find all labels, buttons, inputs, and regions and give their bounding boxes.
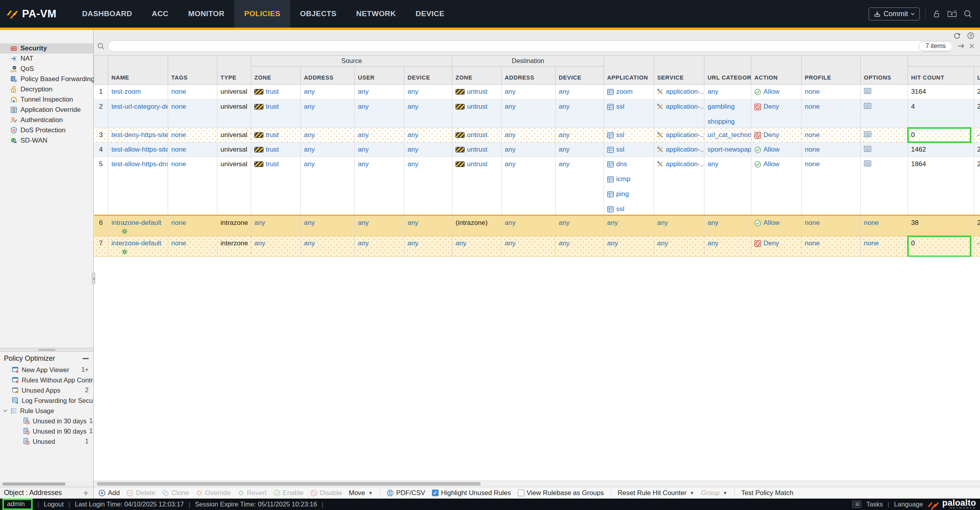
cell-profile[interactable]: none xyxy=(802,215,861,236)
checkbox-icon[interactable] xyxy=(518,490,524,496)
profile-value[interactable]: none xyxy=(805,88,820,95)
cell-destination-address[interactable]: any xyxy=(502,128,556,143)
cell-url-category[interactable]: url_cat_technolo... xyxy=(704,128,751,143)
cell-source-device[interactable]: any xyxy=(404,143,452,157)
cell-profile[interactable]: none xyxy=(802,157,861,215)
tab-dashboard[interactable]: DASHBOARD xyxy=(72,0,142,28)
source-device-value[interactable]: any xyxy=(408,88,418,95)
sidebar-item-decryption[interactable]: Decryption xyxy=(0,84,93,95)
toolbar-pdf-csv[interactable]: PDF/CSV xyxy=(387,489,425,497)
cell-name[interactable]: test-allow-https-sites xyxy=(108,143,168,157)
destination-address-value[interactable]: any xyxy=(505,160,515,168)
action-value[interactable]: Allow xyxy=(763,146,780,154)
cell-source-zone[interactable]: trust xyxy=(251,157,301,215)
cell-destination-zone[interactable]: untrust xyxy=(452,143,502,157)
cell-source-user[interactable]: any xyxy=(355,143,404,157)
url-category-value[interactable]: gambling xyxy=(708,103,735,111)
cell-destination-address[interactable]: any xyxy=(502,100,556,128)
cell-source-zone[interactable]: any xyxy=(251,236,301,257)
cell-destination-zone[interactable]: (intrazone) xyxy=(452,215,502,236)
column-profile[interactable]: PROFILE xyxy=(802,56,861,85)
cell-profile[interactable]: none xyxy=(802,143,861,157)
cell-source-address[interactable]: any xyxy=(301,236,355,257)
cell-source-device[interactable]: any xyxy=(404,157,452,215)
cell-name[interactable]: test-zoom xyxy=(108,85,168,100)
rule-row-test-allow-https-dns[interactable]: 5test-allow-https-dnsnoneuniversaltrusta… xyxy=(94,157,980,215)
source-device-value[interactable]: any xyxy=(408,103,418,110)
cell-destination-zone[interactable]: untrust xyxy=(452,100,502,128)
cell-profile[interactable]: none xyxy=(802,128,861,143)
action-value[interactable]: Allow xyxy=(763,219,780,227)
po-item-unused-in-30-days[interactable]: Unused in 30 days1 xyxy=(0,416,93,426)
application-value[interactable]: any xyxy=(607,239,618,247)
rule-row-test-allow-https-sites[interactable]: 4test-allow-https-sitesnoneuniversaltrus… xyxy=(94,143,980,157)
help-icon[interactable]: ? xyxy=(967,32,974,39)
tab-policies[interactable]: POLICIES xyxy=(234,0,290,28)
cell-destination-device[interactable]: any xyxy=(556,236,604,257)
destination-device-value[interactable]: any xyxy=(559,146,569,153)
cell-application[interactable]: ssl xyxy=(604,128,654,143)
cell-source-zone[interactable]: trust xyxy=(251,85,301,100)
cell-service[interactable]: application-... xyxy=(654,128,704,143)
source-zone-value[interactable]: trust xyxy=(266,103,279,111)
cell-source-address[interactable]: any xyxy=(301,215,355,236)
destination-device-value[interactable]: any xyxy=(559,88,569,95)
cell-destination-device[interactable]: any xyxy=(556,157,604,215)
cell-source-user[interactable]: any xyxy=(355,236,404,257)
cell-application[interactable]: ssl xyxy=(604,100,654,128)
cell-options[interactable] xyxy=(861,143,908,157)
cell-source-device[interactable]: any xyxy=(404,236,452,257)
cell-options[interactable] xyxy=(861,85,908,100)
destination-device-value[interactable]: any xyxy=(559,160,569,168)
cell-source-user[interactable]: any xyxy=(355,100,404,128)
destination-address-value[interactable]: any xyxy=(505,103,515,110)
cell-tags[interactable]: none xyxy=(168,85,217,100)
source-address-value[interactable]: any xyxy=(304,239,315,247)
column-destination-device[interactable]: DEVICE xyxy=(556,67,604,85)
column-source-device[interactable]: DEVICE xyxy=(404,67,452,85)
toolbar-move[interactable]: Move▼ xyxy=(349,489,373,497)
destination-address-value[interactable]: any xyxy=(505,239,515,247)
po-item-unused-in-90-days[interactable]: Unused in 90 days1 xyxy=(0,426,93,436)
tags-value[interactable]: none xyxy=(171,160,186,168)
cell-destination-address[interactable]: any xyxy=(502,236,556,257)
rule-name-link[interactable]: test-deny-https-sites xyxy=(111,131,168,139)
source-zone-value[interactable]: trust xyxy=(266,146,279,154)
application-value[interactable]: ssl xyxy=(616,205,624,213)
destination-zone-value[interactable]: untrust xyxy=(467,131,487,139)
source-address-value[interactable]: any xyxy=(304,146,315,153)
url-category-value[interactable]: any xyxy=(708,239,718,247)
sidebar-item-dos-protection[interactable]: DoS Protection xyxy=(0,125,93,135)
sidebar-item-policy-based-forwarding[interactable]: Policy Based Forwarding xyxy=(0,74,93,84)
cell-action[interactable]: Deny xyxy=(751,236,802,257)
source-address-value[interactable]: any xyxy=(304,131,315,139)
column-service[interactable]: SERVICE xyxy=(654,56,704,85)
apply-filter-icon[interactable] xyxy=(957,42,965,50)
cell-name[interactable]: test-url-category-deny xyxy=(108,100,168,128)
tags-value[interactable]: none xyxy=(171,146,186,153)
language-link[interactable]: Language xyxy=(894,501,923,508)
cell-destination-address[interactable]: any xyxy=(502,157,556,215)
destination-device-value[interactable]: any xyxy=(559,131,569,139)
rule-row-test-deny-https-sites[interactable]: 3test-deny-https-sitesnoneuniversaltrust… xyxy=(94,128,980,143)
destination-address-value[interactable]: any xyxy=(505,88,515,95)
po-item-unused[interactable]: Unused1 xyxy=(0,436,93,447)
cell-destination-device[interactable]: any xyxy=(556,85,604,100)
column-hit-count[interactable]: HIT COUNT xyxy=(908,67,974,85)
service-value[interactable]: application-... xyxy=(666,88,704,96)
destination-zone-value[interactable]: untrust xyxy=(467,160,487,168)
source-device-value[interactable]: any xyxy=(408,219,418,226)
cell-service[interactable]: any xyxy=(654,215,704,236)
po-item-unused-apps[interactable]: Unused Apps2 xyxy=(0,385,93,395)
cell-source-user[interactable]: any xyxy=(355,215,404,236)
cell-url-category[interactable]: gamblingshopping xyxy=(704,100,751,128)
service-value[interactable]: application-... xyxy=(666,146,704,154)
sidebar-item-application-override[interactable]: Application Override xyxy=(0,105,93,115)
tags-value[interactable]: none xyxy=(171,131,186,139)
cell-service[interactable]: application-... xyxy=(654,157,704,215)
cell-options[interactable] xyxy=(861,100,908,128)
source-zone-value[interactable]: trust xyxy=(266,88,279,96)
cell-tags[interactable]: none xyxy=(168,157,217,215)
cell-destination-device[interactable]: any xyxy=(556,215,604,236)
rule-row-interzone-default[interactable]: 7interzone-defaultnoneinterzoneanyanyany… xyxy=(94,236,980,257)
